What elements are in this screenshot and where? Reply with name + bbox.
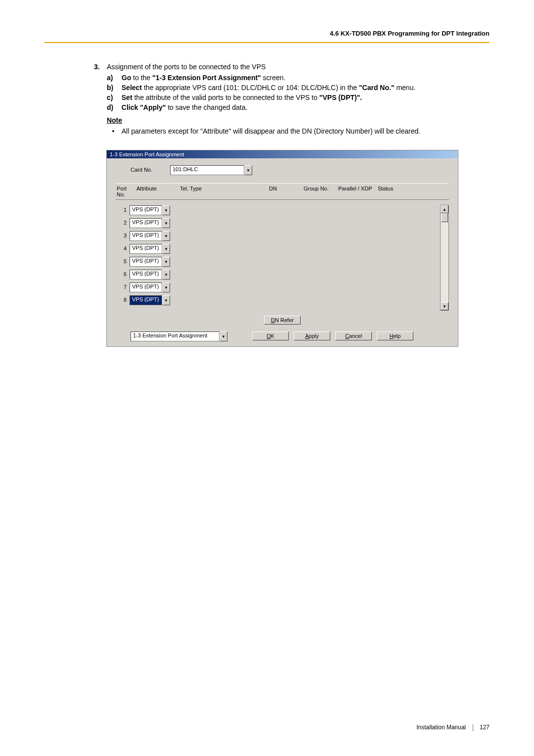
th-tel-type: Tel. Type — [180, 186, 269, 197]
card-no-select[interactable]: 101:DHLC ▼ — [170, 165, 252, 174]
row-number: 2 — [116, 220, 130, 226]
attribute-value: VPS (DPT) — [130, 205, 162, 215]
sub-d-letter: d) — [107, 103, 120, 111]
window-titlebar: 1-3 Extension Port Assignment — [107, 150, 458, 158]
dropdown-icon[interactable]: ▼ — [162, 295, 170, 305]
attribute-select[interactable]: VPS (DPT)▼ — [130, 283, 170, 291]
dialog-window: 1-3 Extension Port Assignment Card No. 1… — [106, 150, 458, 347]
attribute-value: VPS (DPT) — [130, 283, 162, 292]
screen-select-value: 1-3 Extension Port Assignment — [131, 331, 220, 341]
attribute-select[interactable]: VPS (DPT)▼ — [130, 244, 170, 253]
sub-c-text: Set the attribute of the valid ports to … — [122, 94, 458, 101]
dropdown-icon[interactable]: ▼ — [220, 331, 227, 341]
table-row: 8VPS (DPT)▼ — [116, 295, 437, 305]
th-dn: DN — [269, 186, 304, 197]
attribute-value: VPS (DPT) — [130, 270, 162, 280]
table-row: 5VPS (DPT)▼ — [116, 256, 437, 266]
sub-c-letter: c) — [107, 94, 120, 101]
vertical-scrollbar[interactable]: ▲ ▼ — [440, 205, 449, 311]
section-header: 4.6 KX-TD500 PBX Programming for DPT Int… — [44, 30, 490, 37]
th-attribute: Attribute — [136, 186, 180, 197]
attribute-value: VPS (DPT) — [130, 295, 162, 305]
step-number: 3. — [94, 63, 105, 71]
sub-a-letter: a) — [107, 74, 120, 82]
footer-manual: Installation Manual — [416, 724, 466, 731]
table-row: 3VPS (DPT)▼ — [116, 231, 437, 240]
th-status: Status — [378, 186, 407, 197]
dropdown-icon[interactable]: ▼ — [162, 205, 170, 215]
attribute-select[interactable]: VPS (DPT)▼ — [130, 205, 170, 214]
attribute-value: VPS (DPT) — [130, 218, 162, 228]
card-no-value: 101:DHLC — [170, 165, 244, 175]
row-number: 5 — [116, 258, 130, 264]
screen-select[interactable]: 1-3 Extension Port Assignment ▼ — [131, 331, 227, 340]
attribute-select[interactable]: VPS (DPT)▼ — [130, 257, 170, 266]
table-row: 4VPS (DPT)▼ — [116, 243, 437, 253]
row-number: 7 — [116, 284, 130, 290]
footer-page: 127 — [480, 724, 490, 731]
dn-refer-button[interactable]: DN Refer — [264, 316, 301, 325]
row-number: 8 — [116, 297, 130, 303]
card-no-label: Card No. — [116, 167, 170, 173]
attribute-value: VPS (DPT) — [130, 231, 162, 241]
table-row: 1VPS (DPT)▼ — [116, 205, 437, 215]
cancel-button[interactable]: Cancel — [335, 331, 372, 340]
ok-button[interactable]: OK — [252, 331, 289, 340]
bullet-icon: • — [107, 127, 120, 135]
attribute-select[interactable]: VPS (DPT)▼ — [130, 270, 170, 279]
attribute-select[interactable]: VPS (DPT)▼ — [130, 295, 170, 304]
table-row: 6VPS (DPT)▼ — [116, 269, 437, 279]
table-row: 7VPS (DPT)▼ — [116, 282, 437, 292]
dropdown-icon[interactable]: ▼ — [244, 165, 252, 175]
row-number: 4 — [116, 245, 130, 251]
row-number: 6 — [116, 271, 130, 277]
scroll-down-icon[interactable]: ▼ — [441, 302, 448, 310]
dropdown-icon[interactable]: ▼ — [162, 283, 170, 292]
apply-button[interactable]: Apply — [294, 331, 330, 340]
help-button[interactable]: Help — [377, 331, 413, 340]
scroll-thumb[interactable] — [441, 213, 448, 222]
table-row: 2VPS (DPT)▼ — [116, 218, 437, 228]
step-intro: Assignment of the ports to be connected … — [107, 63, 266, 71]
th-port: Port No. — [116, 186, 136, 197]
note-text: All parameters except for "Attribute" wi… — [122, 127, 458, 135]
note-heading: Note — [107, 116, 463, 124]
attribute-value: VPS (DPT) — [130, 244, 162, 254]
attribute-select[interactable]: VPS (DPT)▼ — [130, 231, 170, 240]
header-divider — [44, 42, 490, 43]
sub-a-text: Go to the "1-3 Extension Port Assignment… — [122, 74, 458, 82]
row-number: 3 — [116, 233, 130, 238]
page-footer: Installation Manual 127 — [416, 724, 490, 731]
attribute-value: VPS (DPT) — [130, 257, 162, 267]
sub-b-letter: b) — [107, 84, 120, 92]
sub-b-text: Select the appropriate VPS card (101: DL… — [122, 84, 458, 92]
th-parallel: Parallel / XDP — [338, 186, 378, 197]
dropdown-icon[interactable]: ▼ — [162, 270, 170, 280]
dropdown-icon[interactable]: ▼ — [162, 218, 170, 228]
row-number: 1 — [116, 207, 130, 213]
th-group-no: Group No. — [304, 186, 338, 197]
scroll-up-icon[interactable]: ▲ — [441, 205, 448, 213]
dropdown-icon[interactable]: ▼ — [162, 231, 170, 241]
dropdown-icon[interactable]: ▼ — [162, 257, 170, 267]
sub-d-text: Click "Apply" to save the changed data. — [122, 103, 458, 111]
table-header: Port No. Attribute Tel. Type DN Group No… — [116, 183, 449, 200]
attribute-select[interactable]: VPS (DPT)▼ — [130, 218, 170, 227]
dropdown-icon[interactable]: ▼ — [162, 244, 170, 254]
